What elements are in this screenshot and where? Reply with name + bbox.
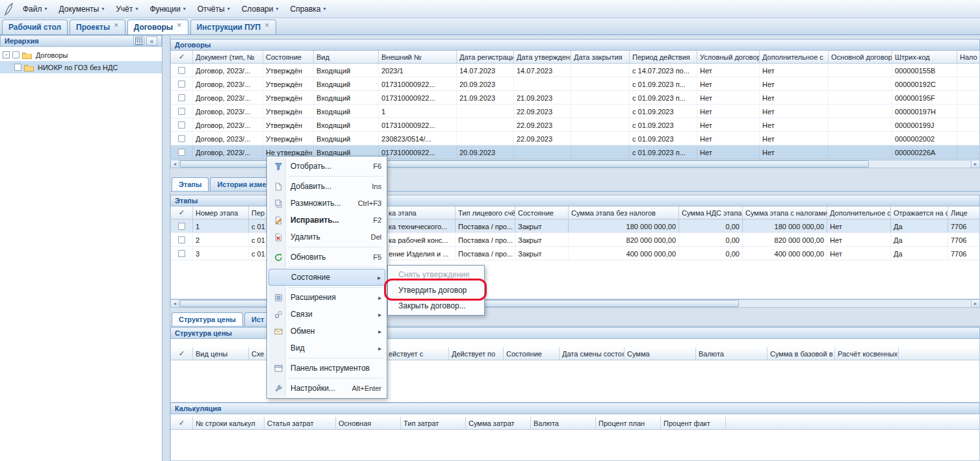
menu-item[interactable]: УдалитьDel (268, 229, 385, 245)
row-checkbox[interactable] (178, 250, 185, 257)
document-tab[interactable]: Рабочий стол (2, 19, 68, 34)
menubar-item[interactable]: Документы▾ (53, 2, 110, 16)
document-tab[interactable]: Проекты✕ (70, 19, 125, 34)
section-tab[interactable]: Этапы (172, 177, 209, 191)
column-header[interactable]: Действует по (449, 347, 504, 360)
column-header[interactable]: Период действия (630, 51, 697, 63)
column-header[interactable]: Внешний № (379, 51, 457, 63)
document-tab[interactable]: Инструкции ПУП✕ (190, 19, 276, 34)
column-header[interactable]: ✓ (171, 51, 193, 63)
column-header[interactable]: Дата регистрации (457, 51, 514, 63)
column-header[interactable]: Нало (957, 51, 980, 63)
section-tab[interactable]: Структура цены (172, 312, 243, 326)
tree-checkbox[interactable] (14, 64, 21, 71)
grid-view-icon[interactable] (133, 36, 144, 45)
table-row[interactable]: Договор, 2023/...УтверждёнВходящий017310… (171, 118, 980, 132)
menubar-item[interactable]: Учёт▾ (110, 2, 144, 16)
scroll-right-icon[interactable]: ▸ (971, 300, 979, 307)
row-checkbox[interactable] (178, 81, 185, 88)
menubar-item[interactable]: Функции▾ (144, 2, 191, 16)
column-header[interactable]: Состояние (263, 51, 314, 63)
row-checkbox[interactable] (178, 94, 185, 101)
scroll-left-icon[interactable]: ◂ (171, 160, 179, 168)
column-header[interactable]: Состояние (515, 206, 569, 219)
tree-node[interactable]: НИОКР по ГОЗ без НДС (0, 61, 162, 73)
column-header[interactable]: Сумма этапа без налогов (569, 206, 679, 219)
column-header[interactable]: Вид цены (193, 347, 249, 360)
tree-node[interactable]: -Договоры (0, 49, 162, 61)
expander-icon[interactable]: - (3, 51, 10, 58)
menu-item[interactable]: Расширения▸ (268, 289, 385, 306)
column-header[interactable]: Сумма в базовой в (767, 347, 835, 360)
column-header[interactable]: Дополнительное с (827, 206, 891, 219)
close-tab-icon[interactable]: ✕ (114, 22, 119, 29)
column-header[interactable]: Дата смены состоя (560, 347, 625, 360)
column-header[interactable]: Основной договор (829, 51, 892, 63)
menu-item[interactable]: Панель инструментов (268, 360, 385, 377)
menu-item[interactable]: Размножить...Ctrl+F3 (268, 195, 385, 212)
close-tab-icon[interactable]: ✕ (264, 22, 270, 29)
column-header[interactable]: Сумма (625, 347, 696, 360)
close-tab-icon[interactable]: ✕ (177, 22, 182, 29)
column-header[interactable]: Дополнительное с (760, 51, 829, 63)
table-row[interactable]: Договор, 2023/...УтверждёнВходящий2023/1… (171, 64, 980, 77)
column-header[interactable]: Статья затрат (264, 417, 336, 429)
column-header[interactable]: Валюта (696, 347, 767, 360)
section-tab[interactable]: История изме (210, 177, 273, 191)
menu-item[interactable]: Настройки...Alt+Enter (268, 380, 385, 397)
column-header[interactable]: Основная (336, 417, 401, 429)
column-header[interactable]: Сумма этапа с налогами (743, 206, 827, 219)
row-checkbox[interactable] (178, 108, 185, 115)
row-checkbox[interactable] (178, 149, 185, 156)
column-header[interactable]: Номер этапа (193, 206, 249, 219)
column-header[interactable]: ✓ (171, 347, 193, 360)
menu-item[interactable]: Исправить...F2 (268, 212, 385, 229)
column-header[interactable]: Дата утверждения (514, 51, 571, 63)
row-checkbox[interactable] (178, 223, 185, 230)
column-header[interactable]: № строки калькул (193, 417, 264, 429)
column-header[interactable]: Состояние (504, 347, 560, 360)
row-checkbox[interactable] (178, 67, 185, 74)
menu-item[interactable]: Добавить...Ins (268, 178, 385, 195)
menu-item[interactable]: Вид▸ (268, 340, 385, 356)
column-header[interactable]: Сумма НДС этапа (679, 206, 743, 219)
column-header[interactable]: Документ (тип, № (193, 51, 263, 63)
column-header[interactable]: Процент факт (661, 417, 726, 429)
column-header[interactable]: Тип затрат (401, 417, 466, 429)
column-header[interactable]: ✓ (171, 206, 193, 219)
column-header[interactable]: Условный договор (697, 51, 760, 63)
column-header[interactable]: Лице (948, 206, 980, 219)
column-header[interactable]: Отражается на су (891, 206, 948, 219)
menubar-item[interactable]: Отчёты▾ (192, 2, 236, 16)
panel-splitter[interactable] (162, 35, 170, 461)
table-row[interactable]: Договор, 2023/...УтверждёнВходящий017310… (171, 77, 980, 91)
row-checkbox[interactable] (178, 121, 185, 129)
column-header[interactable]: Штрих-код (892, 51, 957, 63)
row-checkbox[interactable] (178, 236, 185, 243)
column-header[interactable]: Вид (314, 51, 379, 63)
scroll-right-icon[interactable]: ▸ (971, 160, 979, 168)
menu-item[interactable]: Обмен▸ (268, 323, 385, 340)
column-header[interactable]: Валюта (531, 417, 596, 429)
menu-item[interactable]: Связи▸ (268, 306, 385, 323)
column-header[interactable]: Процент план (596, 417, 661, 429)
collapse-panel-icon[interactable]: « (146, 36, 157, 45)
menubar-item[interactable]: Словари▾ (236, 2, 285, 16)
column-header[interactable]: Тип лицевого счёт (456, 206, 515, 219)
column-header[interactable]: ✓ (171, 417, 193, 429)
menubar-item[interactable]: Справка▾ (284, 2, 331, 16)
scroll-left-icon[interactable]: ◂ (171, 300, 179, 307)
table-row[interactable]: Договор, 2023/...УтверждёнВходящий017310… (171, 91, 980, 105)
row-checkbox[interactable] (178, 135, 185, 142)
menu-item[interactable]: Утвердить договор (389, 282, 483, 298)
menubar-item[interactable]: Файл▾ (17, 2, 53, 16)
menu-item[interactable]: Отобрать...F6 (268, 158, 385, 175)
column-header[interactable]: Расчёт косвенных (835, 347, 899, 360)
table-row[interactable]: Договор, 2023/...УтверждёнВходящий230823… (171, 132, 980, 145)
column-header[interactable]: Сумма затрат (466, 417, 531, 429)
column-header[interactable]: Дата закрытия (571, 51, 630, 63)
table-row[interactable]: Договор, 2023/...УтверждёнВходящий122.09… (171, 105, 980, 118)
menu-item[interactable]: Состояние▸ (268, 269, 385, 286)
document-tab[interactable]: Договоры✕ (127, 19, 188, 34)
menu-item[interactable]: ОбновитьF5 (268, 249, 385, 266)
